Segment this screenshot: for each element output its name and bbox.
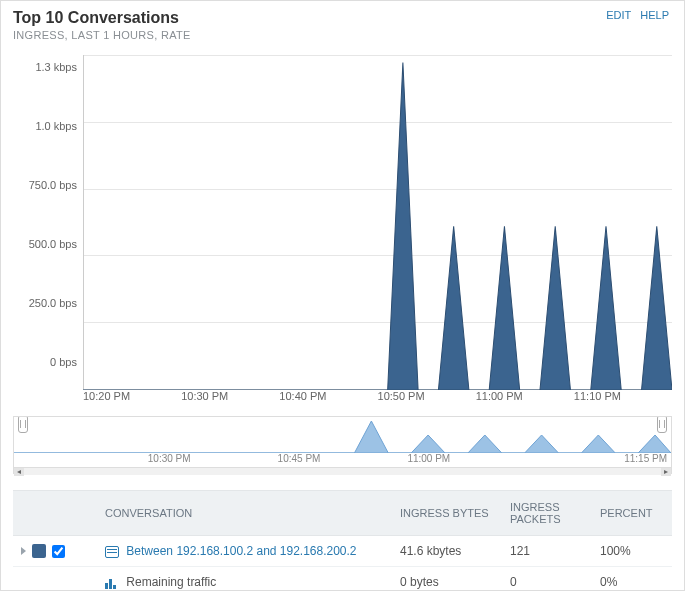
mini-tick: 11:15 PM bbox=[537, 453, 667, 467]
series-checkbox[interactable] bbox=[52, 545, 65, 558]
overview-scrollbar[interactable]: ◂ ▸ bbox=[14, 467, 671, 475]
cell-percent: 100% bbox=[592, 536, 672, 567]
y-tick: 0 bps bbox=[13, 356, 77, 368]
col-percent[interactable]: PERCENT bbox=[592, 491, 672, 536]
cell-packets: 121 bbox=[502, 536, 592, 567]
widget-header: Top 10 Conversations INGRESS, LAST 1 HOU… bbox=[1, 1, 684, 45]
remaining-traffic-label: Remaining traffic bbox=[126, 575, 216, 589]
bars-icon bbox=[105, 577, 119, 589]
x-tick: 10:40 PM bbox=[279, 390, 377, 410]
conversations-table: CONVERSATION INGRESS BYTES INGRESS PACKE… bbox=[13, 490, 672, 591]
conversation-icon bbox=[105, 546, 119, 558]
y-tick: 1.3 kbps bbox=[13, 61, 77, 73]
x-axis-labels: 10:20 PM 10:30 PM 10:40 PM 10:50 PM 11:0… bbox=[83, 390, 672, 410]
scroll-left-button[interactable]: ◂ bbox=[14, 468, 24, 476]
mini-tick: 11:00 PM bbox=[407, 453, 537, 467]
col-conversation[interactable]: CONVERSATION bbox=[97, 491, 392, 536]
widget-subtitle: INGRESS, LAST 1 HOURS, RATE bbox=[13, 29, 191, 41]
cell-bytes: 0 bytes bbox=[392, 567, 502, 592]
y-tick: 500.0 bps bbox=[13, 238, 77, 250]
help-link[interactable]: HELP bbox=[637, 9, 672, 21]
table-row: Remaining traffic 0 bytes 0 0% bbox=[13, 567, 672, 592]
overview-chart[interactable]: 10:30 PM 10:45 PM 11:00 PM 11:15 PM ◂ ▸ bbox=[13, 416, 672, 474]
x-tick: 10:30 PM bbox=[181, 390, 279, 410]
cell-bytes: 41.6 kbytes bbox=[392, 536, 502, 567]
x-tick: 11:00 PM bbox=[476, 390, 574, 410]
overview-series bbox=[14, 417, 671, 453]
y-tick: 250.0 bps bbox=[13, 297, 77, 309]
col-packets[interactable]: INGRESS PACKETS bbox=[502, 491, 592, 536]
col-bytes[interactable]: INGRESS BYTES bbox=[392, 491, 502, 536]
y-axis-labels: 1.3 kbps 1.0 kbps 750.0 bps 500.0 bps 25… bbox=[13, 55, 83, 390]
cell-percent: 0% bbox=[592, 567, 672, 592]
plot-area[interactable] bbox=[83, 55, 672, 390]
y-tick: 1.0 kbps bbox=[13, 120, 77, 132]
overview-x-labels: 10:30 PM 10:45 PM 11:00 PM 11:15 PM bbox=[14, 453, 671, 467]
table-row: Between 192.168.100.2 and 192.168.200.2 … bbox=[13, 536, 672, 567]
scroll-right-button[interactable]: ▸ bbox=[661, 468, 671, 476]
x-tick: 10:50 PM bbox=[378, 390, 476, 410]
edit-link[interactable]: EDIT bbox=[603, 9, 634, 21]
conversation-link[interactable]: Between 192.168.100.2 and 192.168.200.2 bbox=[126, 544, 356, 558]
mini-tick: 10:30 PM bbox=[148, 453, 278, 467]
series-color-swatch bbox=[32, 544, 46, 558]
x-tick: 10:20 PM bbox=[83, 390, 181, 410]
area-series bbox=[83, 55, 672, 390]
widget-actions: EDIT HELP bbox=[603, 9, 672, 21]
widget-title: Top 10 Conversations bbox=[13, 9, 191, 27]
main-chart-container: 1.3 kbps 1.0 kbps 750.0 bps 500.0 bps 25… bbox=[1, 45, 684, 410]
col-spacer bbox=[13, 491, 97, 536]
y-tick: 750.0 bps bbox=[13, 179, 77, 191]
top-conversations-widget: Top 10 Conversations INGRESS, LAST 1 HOU… bbox=[0, 0, 685, 591]
x-tick: 11:10 PM bbox=[574, 390, 672, 410]
expand-icon[interactable] bbox=[21, 547, 26, 555]
mini-tick: 10:45 PM bbox=[278, 453, 408, 467]
cell-packets: 0 bbox=[502, 567, 592, 592]
